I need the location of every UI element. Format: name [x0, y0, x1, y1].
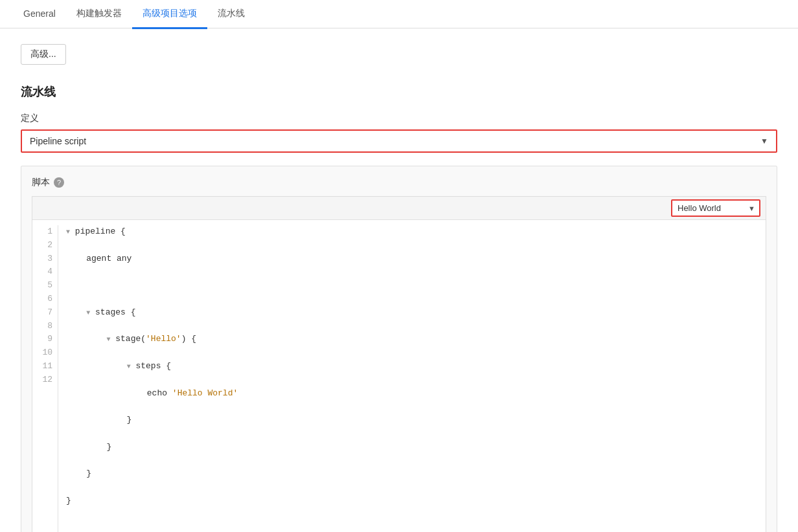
code-line-1: ▼ pipeline { — [66, 225, 758, 239]
collapse-arrow-1[interactable]: ▼ — [66, 228, 70, 236]
line-num-3: 3 — [38, 252, 52, 266]
definition-dropdown-wrapper: Pipeline script Pipeline script from SCM… — [21, 129, 777, 153]
line-num-4: 4 — [38, 265, 52, 279]
code-line-2: agent any — [66, 252, 758, 266]
code-line-3 — [66, 279, 758, 293]
tab-general[interactable]: General — [13, 1, 66, 28]
line-num-6: 6 — [38, 293, 52, 306]
line-num-11: 11 — [38, 360, 52, 373]
script-label: 脚本 — [32, 177, 50, 188]
sample-select-wrapper: Hello World Scripted Pipeline ▼ — [671, 199, 760, 217]
script-help-icon[interactable]: ? — [54, 177, 64, 188]
line-numbers: 1 2 3 4 5 6 7 8 9 10 11 12 — [32, 225, 58, 532]
definition-label: 定义 — [21, 113, 777, 124]
code-line-5: ▼ stage('Hello') { — [66, 333, 758, 346]
code-line-9: } — [66, 441, 758, 454]
tab-bar: General 构建触发器 高级项目选项 流水线 — [0, 0, 798, 28]
code-line-12 — [66, 522, 758, 532]
advanced-button[interactable]: 高级... — [21, 44, 66, 65]
collapse-arrow-4[interactable]: ▼ — [86, 309, 90, 316]
definition-select[interactable]: Pipeline script Pipeline script from SCM — [22, 131, 776, 151]
code-line-4: ▼ stages { — [66, 306, 758, 320]
code-line-10: } — [66, 467, 758, 481]
code-editor-top-bar: Hello World Scripted Pipeline ▼ — [32, 197, 766, 220]
script-section: 脚本 ? Hello World Scripted Pipeline ▼ 1 — [21, 166, 777, 532]
line-num-7: 7 — [38, 306, 52, 320]
code-editor: Hello World Scripted Pipeline ▼ 1 2 3 4 … — [32, 196, 766, 532]
tab-advanced-options[interactable]: 高级项目选项 — [132, 0, 207, 29]
collapse-arrow-5[interactable]: ▼ — [106, 336, 110, 343]
line-num-8: 8 — [38, 320, 52, 333]
line-num-9: 9 — [38, 333, 52, 346]
pipeline-section-title: 流水线 — [21, 84, 777, 100]
script-header: 脚本 ? — [32, 177, 766, 188]
sample-select[interactable]: Hello World Scripted Pipeline — [672, 201, 759, 216]
code-content[interactable]: ▼ pipeline { agent any ▼ stages { ▼ stag… — [58, 225, 766, 532]
code-line-7: echo 'Hello World' — [66, 387, 758, 401]
tab-build-triggers[interactable]: 构建触发器 — [66, 0, 132, 29]
line-num-1: 1 — [38, 225, 52, 239]
code-line-6: ▼ steps { — [66, 360, 758, 373]
line-num-2: 2 — [38, 239, 52, 252]
line-num-5: 5 — [38, 279, 52, 293]
tab-pipeline[interactable]: 流水线 — [207, 0, 255, 29]
line-num-10: 10 — [38, 346, 52, 360]
code-line-8: } — [66, 414, 758, 427]
code-line-11: } — [66, 494, 758, 508]
main-content: 高级... 流水线 定义 Pipeline script Pipeline sc… — [0, 28, 798, 532]
collapse-arrow-6[interactable]: ▼ — [127, 363, 131, 370]
line-num-12: 12 — [38, 373, 52, 387]
code-area[interactable]: 1 2 3 4 5 6 7 8 9 10 11 12 ▼ pipeline { … — [32, 220, 766, 532]
